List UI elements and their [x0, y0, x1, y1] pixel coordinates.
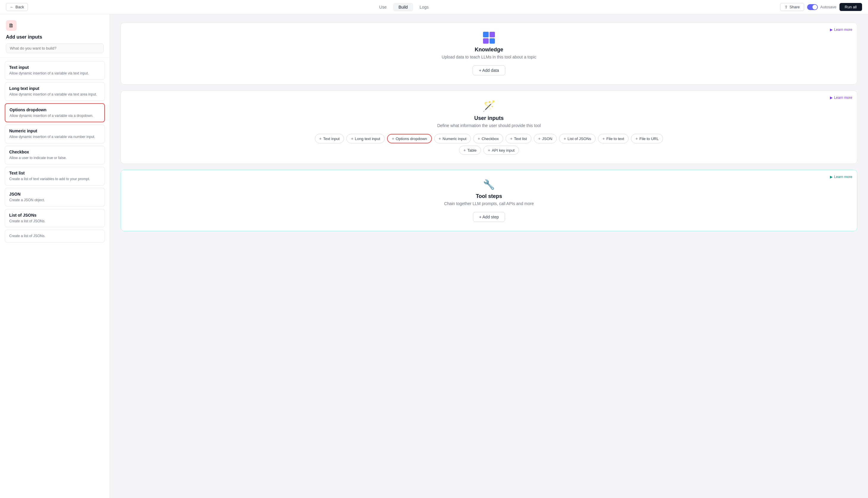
sidebar-item-list-of-jsons-2[interactable]: Create a list of JSONs. — [5, 230, 105, 243]
sidebar-item-desc: Allow dynamic insertion of a variable vi… — [9, 134, 100, 140]
chip-options-dropdown[interactable]: + Options dropdown — [387, 134, 432, 143]
sidebar-main-icon: 🗎 — [9, 23, 14, 29]
sidebar-header: 🗎 Add user inputs — [0, 14, 110, 57]
play-icon: ▶ — [830, 95, 833, 100]
learn-more-label: Learn more — [834, 175, 852, 179]
tool-steps-learn-more-button[interactable]: ▶ Learn more — [830, 175, 852, 179]
sidebar-item-title: Long text input — [9, 86, 100, 91]
autosave-toggle[interactable]: Autosave — [807, 4, 836, 10]
run-all-button[interactable]: Run all — [840, 3, 862, 11]
sidebar-item-title: List of JSONs — [9, 213, 100, 218]
sidebar-item-options-dropdown[interactable]: Options dropdown Allow dynamic insertion… — [5, 103, 105, 122]
chip-long-text-input[interactable]: + Long text input — [346, 134, 384, 143]
chip-label: File to text — [606, 136, 624, 141]
autosave-switch[interactable] — [807, 4, 818, 10]
chip-list-of-jsons[interactable]: + List of JSONs — [559, 134, 596, 143]
sidebar-item-text-input[interactable]: Text input Allow dynamic insertion of a … — [5, 61, 105, 80]
play-icon: ▶ — [830, 28, 833, 32]
plus-icon: + — [488, 148, 490, 153]
plus-icon: + — [319, 136, 322, 141]
plus-icon: + — [563, 136, 566, 141]
knowledge-card: ▶ Learn more Knowledge Upload data to te… — [120, 23, 857, 84]
chip-file-to-text[interactable]: + File to text — [598, 134, 628, 143]
chip-numeric-input[interactable]: + Numeric input — [434, 134, 471, 143]
chip-checkbox[interactable]: + Checkbox — [473, 134, 503, 143]
chip-label: Text input — [323, 136, 340, 141]
chip-label: List of JSONs — [568, 136, 591, 141]
share-icon: ⇧ — [784, 5, 788, 9]
plus-icon: + — [463, 148, 466, 153]
sidebar-item-desc: Allow a user to indicate true or false. — [9, 156, 100, 160]
sidebar-item-title: Text input — [9, 65, 100, 70]
knowledge-icon — [483, 32, 495, 44]
play-icon: ▶ — [830, 175, 833, 179]
sidebar-item-desc: Create a list of JSONs. — [9, 219, 100, 224]
nav-tabs: Use Build Logs — [374, 3, 434, 11]
share-label: Share — [790, 5, 800, 9]
user-inputs-card: ▶ Learn more 🪄 User inputs Define what i… — [120, 91, 857, 164]
sidebar-item-json[interactable]: JSON Create a JSON object. — [5, 188, 105, 207]
sidebar-item-title: Options dropdown — [10, 107, 100, 112]
tool-steps-icon: 🔧 — [129, 179, 849, 190]
sidebar-item-desc: Create a JSON object. — [9, 198, 100, 203]
chip-label: Options dropdown — [396, 136, 427, 141]
sidebar-list: Text input Allow dynamic insertion of a … — [0, 57, 110, 498]
sidebar-title: Add user inputs — [6, 35, 104, 40]
chip-file-to-url[interactable]: + File to URL — [631, 134, 663, 143]
chip-json[interactable]: + JSON — [534, 134, 557, 143]
plus-icon: + — [635, 136, 638, 141]
back-arrow-icon: ← — [10, 5, 14, 9]
knowledge-learn-more-button[interactable]: ▶ Learn more — [830, 28, 852, 32]
share-button[interactable]: ⇧ Share — [780, 3, 804, 11]
sidebar-item-text-list[interactable]: Text list Create a list of text variable… — [5, 167, 105, 185]
sidebar-icon-wrap: 🗎 — [6, 20, 17, 31]
back-label: Back — [15, 5, 24, 9]
sidebar-item-numeric-input[interactable]: Numeric input Allow dynamic insertion of… — [5, 124, 105, 143]
learn-more-label: Learn more — [834, 95, 852, 100]
sidebar: 🗎 Add user inputs Text input Allow dynam… — [0, 14, 110, 498]
tab-logs[interactable]: Logs — [414, 3, 434, 11]
plus-icon: + — [538, 136, 541, 141]
user-inputs-chips-row2: + Table + API key input — [129, 146, 849, 155]
chip-text-input[interactable]: + Text input — [315, 134, 344, 143]
plus-icon: + — [510, 136, 512, 141]
add-step-button[interactable]: + Add step — [473, 212, 505, 222]
add-data-button[interactable]: + Add data — [473, 65, 505, 75]
top-nav: ← Back Use Build Logs ⇧ Share Autosave R… — [0, 0, 868, 14]
sidebar-item-title: Checkbox — [9, 149, 100, 154]
chip-api-key-input[interactable]: + API key input — [483, 146, 519, 155]
chip-label: Table — [467, 148, 476, 153]
chip-label: File to URL — [639, 136, 659, 141]
plus-icon: + — [351, 136, 353, 141]
user-inputs-learn-more-button[interactable]: ▶ Learn more — [830, 95, 852, 100]
chip-text-list[interactable]: + Text list — [506, 134, 532, 143]
user-inputs-desc: Define what information the user should … — [129, 123, 849, 128]
chip-label: Long text input — [355, 136, 380, 141]
chip-label: Checkbox — [482, 136, 499, 141]
sidebar-item-list-of-jsons[interactable]: List of JSONs Create a list of JSONs. — [5, 209, 105, 228]
back-button[interactable]: ← Back — [6, 3, 28, 11]
sidebar-item-desc: Allow dynamic insertion of a variable vi… — [9, 92, 100, 97]
sidebar-item-title: JSON — [9, 192, 100, 196]
tool-steps-desc: Chain together LLM prompts, call APIs an… — [129, 201, 849, 206]
user-inputs-title: User inputs — [129, 115, 849, 121]
main-content: ▶ Learn more Knowledge Upload data to te… — [110, 14, 868, 498]
sidebar-item-desc: Create a list of text variables to add t… — [9, 176, 100, 182]
sidebar-search-input[interactable] — [6, 43, 104, 53]
tab-use[interactable]: Use — [374, 3, 392, 11]
tab-build[interactable]: Build — [393, 3, 413, 11]
knowledge-title: Knowledge — [129, 47, 849, 53]
chip-table[interactable]: + Table — [459, 146, 481, 155]
tool-steps-title: Tool steps — [129, 193, 849, 199]
plus-icon: + — [478, 136, 480, 141]
chip-label: JSON — [542, 136, 552, 141]
sidebar-item-long-text-input[interactable]: Long text input Allow dynamic insertion … — [5, 82, 105, 101]
learn-more-label: Learn more — [834, 28, 852, 32]
chip-label: Text list — [514, 136, 527, 141]
sidebar-item-desc: Allow dynamic insertion of a variable vi… — [9, 71, 100, 76]
sidebar-item-desc: Allow dynamic insertion of a variable vi… — [10, 113, 100, 118]
sidebar-item-checkbox[interactable]: Checkbox Allow a user to indicate true o… — [5, 146, 105, 165]
autosave-label: Autosave — [820, 5, 836, 9]
user-inputs-chips: + Text input + Long text input + Options… — [129, 134, 849, 143]
plus-icon: + — [392, 136, 394, 141]
